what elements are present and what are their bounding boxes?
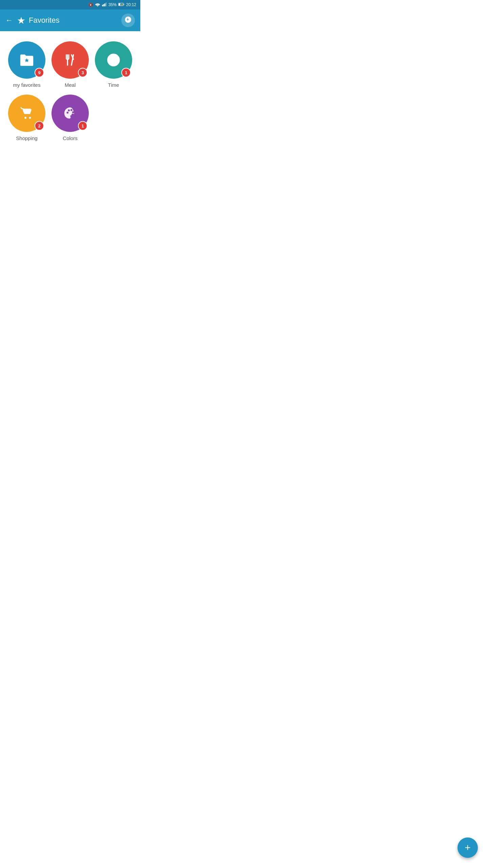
svg-point-21: [66, 112, 68, 114]
favorites-star-icon: ★: [17, 15, 25, 26]
label-time: Time: [108, 82, 119, 88]
svg-text:⚡: ⚡: [121, 3, 124, 6]
back-button[interactable]: ←: [5, 16, 13, 25]
svg-point-19: [29, 117, 31, 119]
category-colors[interactable]: 1 Colors: [50, 95, 90, 141]
badge-meal: 3: [78, 68, 87, 77]
label-colors: Colors: [63, 135, 77, 141]
svg-rect-6: [119, 3, 120, 5]
battery-icon: ⚡: [118, 2, 124, 7]
status-icons: 🔇 35% ⚡ 20:12: [88, 2, 136, 7]
svg-rect-3: [105, 2, 106, 6]
app-bar-title: Favorites: [29, 16, 121, 25]
download-button[interactable]: [121, 14, 135, 27]
circle-wrapper-colors: 1: [52, 95, 89, 132]
content-area: 9 my favorites: [0, 31, 140, 155]
svg-point-24: [72, 111, 74, 113]
signal-icon: [102, 2, 107, 7]
circle-wrapper-shopping: 2: [8, 95, 45, 132]
utensils-icon: [62, 52, 78, 68]
app-bar: ← ★ Favorites: [0, 9, 140, 31]
label-meal: Meal: [65, 82, 76, 88]
svg-point-22: [68, 110, 70, 112]
circle-wrapper-time: 1: [95, 41, 132, 79]
svg-rect-1: [103, 4, 104, 6]
svg-rect-0: [102, 5, 103, 6]
svg-line-20: [21, 107, 22, 109]
clock-icon: [106, 52, 121, 68]
svg-point-25: [72, 114, 74, 116]
badge-my-favorites: 9: [35, 68, 44, 77]
svg-point-23: [70, 109, 73, 111]
categories-grid: 9 my favorites: [7, 41, 134, 141]
svg-rect-5: [123, 4, 124, 5]
label-my-favorites: my favorites: [13, 82, 41, 88]
time-display: 20:12: [126, 2, 136, 7]
label-shopping: Shopping: [16, 135, 37, 141]
badge-shopping: 2: [35, 121, 44, 131]
cart-icon: [19, 105, 35, 121]
category-my-favorites[interactable]: 9 my favorites: [7, 41, 47, 88]
category-shopping[interactable]: 2 Shopping: [7, 95, 47, 141]
download-icon: [124, 16, 132, 25]
palette-icon: [62, 105, 78, 121]
battery-percentage: 35%: [108, 2, 117, 7]
badge-time: 1: [121, 68, 131, 77]
mute-icon: 🔇: [88, 3, 93, 7]
category-meal[interactable]: 3 Meal: [50, 41, 90, 88]
folder-star-icon: [19, 52, 35, 68]
wifi-icon: [95, 2, 100, 7]
badge-colors: 1: [78, 121, 87, 131]
svg-rect-2: [104, 3, 105, 6]
status-bar: 🔇 35% ⚡ 20:12: [0, 0, 140, 9]
circle-wrapper-meal: 3: [52, 41, 89, 79]
category-time[interactable]: 1 Time: [94, 41, 134, 88]
circle-wrapper-my-favorites: 9: [8, 41, 45, 79]
svg-point-18: [24, 117, 26, 119]
